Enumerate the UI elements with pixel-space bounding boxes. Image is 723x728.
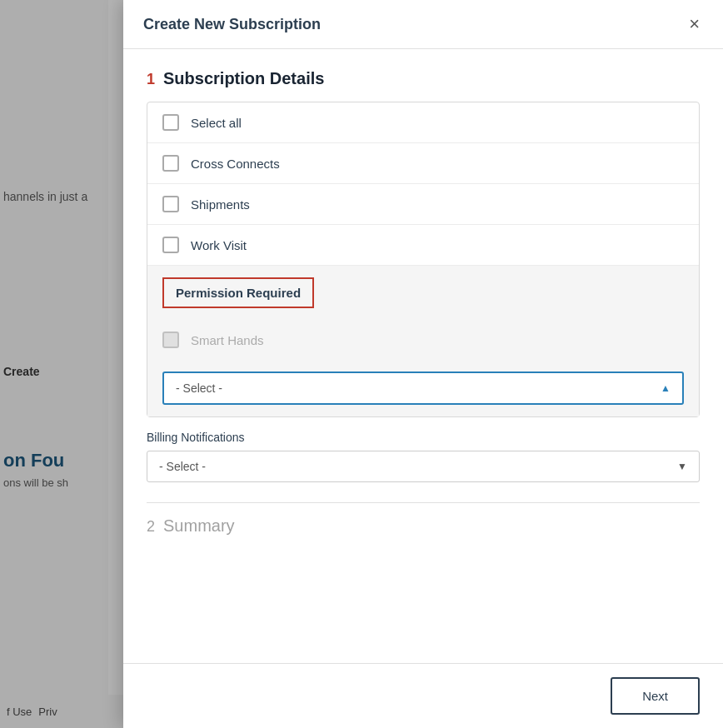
shipments-row: Shipments [147,184,699,225]
smart-hands-label: Smart Hands [191,333,264,347]
smart-hands-select-arrow: ▲ [661,382,671,394]
smart-hands-row: Smart Hands [147,323,699,360]
modal-create-subscription: Create New Subscription × 1 Subscription… [123,0,723,728]
select-all-label[interactable]: Select all [191,116,242,130]
step1-number: 1 [147,71,155,88]
shipments-label[interactable]: Shipments [191,197,250,212]
cross-connects-label[interactable]: Cross Connects [191,157,280,171]
step1-section: 1 Subscription Details Select all Cross … [147,69,700,482]
billing-select-text: - Select - [159,460,206,473]
billing-select[interactable]: - Select - ▼ [147,451,700,482]
billing-label: Billing Notifications [147,431,700,444]
step2-header: 2 Summary [147,516,700,536]
smart-hands-select-container: - Select - ▲ [147,371,699,416]
select-all-checkbox[interactable] [162,114,179,131]
modal-title: Create New Subscription [143,16,321,33]
cross-connects-row: Cross Connects [147,143,699,184]
work-visit-checkbox[interactable] [162,237,179,253]
step1-header: 1 Subscription Details [147,69,700,88]
step1-title: Subscription Details [163,69,324,88]
work-visit-row: Work Visit [147,225,699,266]
step2-number: 2 [147,518,155,536]
permission-section: Permission Required Smart Hands - Select… [147,266,699,416]
step-divider [147,502,700,503]
permission-badge: Permission Required [162,277,314,308]
modal-body: 1 Subscription Details Select all Cross … [123,49,723,663]
subscription-checkbox-card: Select all Cross Connects Shipments Work… [147,102,700,417]
modal-footer: Next [123,663,723,728]
billing-select-arrow: ▼ [677,461,687,472]
shipments-checkbox[interactable] [162,196,179,212]
smart-hands-select[interactable]: - Select - ▲ [162,371,684,405]
modal-header: Create New Subscription × [123,0,723,49]
cross-connects-checkbox[interactable] [162,155,179,172]
billing-section: Billing Notifications - Select - ▼ [147,431,700,482]
step2-title: Summary [163,516,235,536]
smart-hands-checkbox [162,332,179,348]
select-all-row: Select all [147,102,699,143]
close-button[interactable]: × [686,15,703,33]
smart-hands-select-text: - Select - [176,381,222,395]
step2-section: 2 Summary [147,516,700,536]
work-visit-label[interactable]: Work Visit [191,238,247,252]
next-button[interactable]: Next [611,677,700,715]
